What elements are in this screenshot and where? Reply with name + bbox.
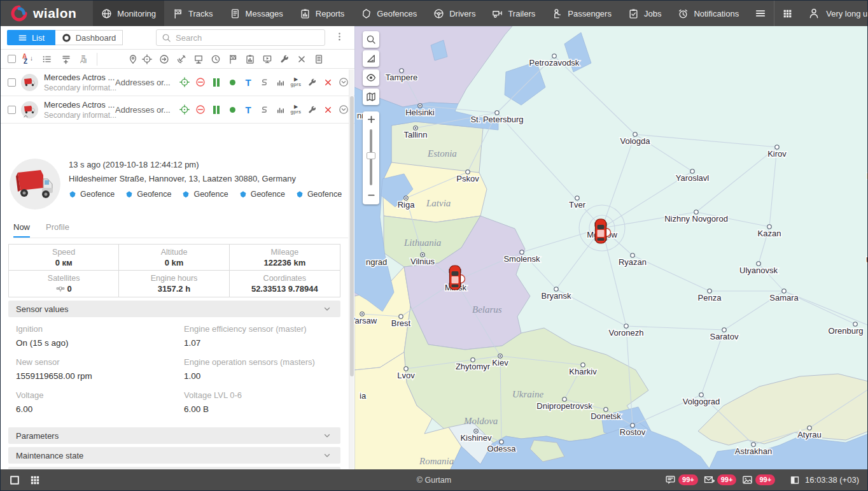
wialon-logo[interactable]: wialon bbox=[1, 1, 93, 26]
nav-item-passengers[interactable]: Passengers bbox=[543, 1, 620, 26]
zoom-slider[interactable] bbox=[370, 129, 372, 185]
unit-checkbox[interactable] bbox=[8, 78, 16, 87]
nav-item-reports[interactable]: Reports bbox=[291, 1, 353, 26]
apps-grid-icon[interactable] bbox=[29, 474, 41, 486]
tab-now[interactable]: Now bbox=[13, 222, 30, 238]
mail-send-icon[interactable] bbox=[704, 474, 715, 485]
menu-collapse-icon[interactable] bbox=[747, 1, 774, 26]
user-icon[interactable] bbox=[808, 8, 820, 19]
block-red-icon[interactable] bbox=[195, 104, 206, 115]
nav-item-geofences[interactable]: Geofences bbox=[353, 1, 425, 26]
window-frame-icon[interactable] bbox=[9, 474, 20, 486]
unit-row[interactable]: Mercedes Actros ...Secondary informat...… bbox=[1, 69, 354, 96]
unit-name[interactable]: Mercedes Actros ... bbox=[44, 100, 115, 110]
layers-icon[interactable] bbox=[366, 92, 376, 102]
geofence-chip[interactable]: Geofence bbox=[239, 190, 285, 199]
geofence-chip[interactable]: Geofence bbox=[296, 190, 342, 199]
photo-notification[interactable]: 99+ bbox=[742, 474, 775, 485]
letter-t-icon[interactable]: T bbox=[242, 104, 254, 115]
panel-kebab-icon[interactable] bbox=[331, 31, 348, 45]
search-input[interactable] bbox=[176, 33, 319, 43]
bars-icon[interactable] bbox=[274, 78, 286, 87]
nav-item-trailers[interactable]: Trailers bbox=[484, 1, 543, 26]
map-search-icon[interactable] bbox=[363, 31, 379, 48]
magnifier-icon[interactable] bbox=[366, 34, 376, 45]
s-route-icon[interactable] bbox=[258, 105, 270, 115]
chevron-circle-down-icon[interactable] bbox=[338, 77, 349, 87]
list-all-icon[interactable]: ≡All bbox=[80, 55, 87, 64]
zoom-slider-handle[interactable] bbox=[367, 152, 375, 159]
pause-green-icon[interactable] bbox=[211, 106, 222, 114]
kebab-icon[interactable] bbox=[335, 32, 344, 41]
s-route-icon[interactable] bbox=[258, 78, 270, 87]
chat-icon[interactable] bbox=[665, 474, 676, 485]
unit-checkbox[interactable] bbox=[8, 106, 16, 114]
section-sensor-values[interactable]: Sensor values bbox=[8, 301, 340, 317]
tab-profile[interactable]: Profile bbox=[46, 222, 69, 238]
gprs-icon[interactable]: ▶gprs bbox=[290, 104, 302, 115]
monitor-node-icon[interactable] bbox=[193, 54, 204, 64]
unit-row[interactable]: Mercedes Actros ...Secondary informat...… bbox=[1, 96, 354, 124]
flag-checkered-icon[interactable] bbox=[228, 54, 238, 64]
letter-t-icon[interactable]: T bbox=[242, 77, 254, 88]
nav-item-drivers[interactable]: Drivers bbox=[425, 1, 484, 26]
pin-icon[interactable] bbox=[128, 54, 138, 64]
unit-name[interactable]: Mercedes Actros ... bbox=[44, 73, 115, 82]
dashboard-view-button[interactable]: Dashboard bbox=[55, 30, 123, 45]
list-icon-icon[interactable] bbox=[42, 54, 52, 64]
zoom-in-icon[interactable] bbox=[367, 115, 376, 124]
section-maintenance[interactable]: Maintenance state bbox=[8, 447, 340, 464]
nav-item-messages[interactable]: Messages bbox=[221, 1, 291, 26]
wrench-icon[interactable] bbox=[306, 78, 318, 87]
close-x-icon[interactable] bbox=[297, 54, 307, 64]
log-columns-icon[interactable] bbox=[790, 475, 800, 485]
plus-icon[interactable] bbox=[367, 115, 376, 124]
map-visibility-eye-icon[interactable] bbox=[363, 69, 379, 86]
columns-icon[interactable] bbox=[790, 475, 800, 485]
unit-avatar[interactable] bbox=[10, 159, 60, 210]
ruler-icon[interactable] bbox=[366, 53, 376, 64]
satellite-dish-icon[interactable] bbox=[176, 54, 186, 64]
mail-send-notification[interactable]: 99+ bbox=[704, 474, 737, 485]
eye-icon[interactable] bbox=[366, 73, 376, 83]
list-view-button[interactable]: List bbox=[7, 30, 55, 45]
apps-grid-icon[interactable] bbox=[782, 8, 793, 19]
nav-item-monitoring[interactable]: Monitoring bbox=[93, 1, 164, 26]
block-red-icon[interactable] bbox=[195, 77, 206, 87]
clock-icon[interactable] bbox=[211, 54, 221, 64]
x-red-icon[interactable] bbox=[322, 105, 333, 115]
unit-icon[interactable] bbox=[21, 74, 38, 91]
clipboard-chart-icon[interactable] bbox=[245, 54, 255, 64]
photo-icon[interactable] bbox=[742, 474, 753, 485]
username[interactable]: Very long username bbox=[826, 9, 868, 18]
list-add-icon[interactable] bbox=[61, 54, 71, 64]
collapse-chevron-icon[interactable] bbox=[22, 111, 29, 122]
map-layers-icon[interactable] bbox=[363, 89, 379, 105]
target-green-icon[interactable] bbox=[179, 77, 190, 87]
select-all-checkbox[interactable] bbox=[8, 55, 16, 63]
hamburger-icon[interactable] bbox=[755, 8, 766, 19]
panel-scrollbar[interactable] bbox=[349, 69, 354, 469]
chevron-circle-down-icon[interactable] bbox=[338, 104, 349, 115]
geofence-chip[interactable]: Geofence bbox=[69, 190, 115, 199]
map-ruler-icon[interactable] bbox=[363, 50, 379, 67]
sort-az-icon[interactable]: AZ↓ bbox=[22, 54, 33, 64]
zoom-out-icon[interactable] bbox=[367, 190, 376, 200]
minus-icon[interactable] bbox=[367, 190, 376, 200]
arrow-circle-icon[interactable] bbox=[159, 54, 169, 64]
nav-item-tracks[interactable]: Tracks bbox=[164, 1, 221, 26]
bars-icon[interactable] bbox=[274, 105, 286, 115]
apps-grid-icon[interactable] bbox=[774, 1, 801, 26]
nav-item-notifications[interactable]: Notifications bbox=[669, 1, 747, 26]
dot-green-icon[interactable] bbox=[227, 107, 238, 113]
wrench-icon[interactable] bbox=[279, 54, 290, 64]
geofence-chip[interactable]: Geofence bbox=[125, 190, 171, 199]
location-pin-icon[interactable] bbox=[128, 54, 138, 64]
x-red-icon[interactable] bbox=[322, 78, 333, 87]
pause-green-icon[interactable] bbox=[211, 78, 222, 87]
note-icon[interactable] bbox=[314, 54, 324, 64]
wrench-icon[interactable] bbox=[306, 105, 318, 115]
monitor-play-icon[interactable] bbox=[262, 54, 272, 64]
gprs-icon[interactable]: ▶gprs bbox=[290, 77, 302, 87]
target-icon[interactable] bbox=[142, 54, 152, 64]
